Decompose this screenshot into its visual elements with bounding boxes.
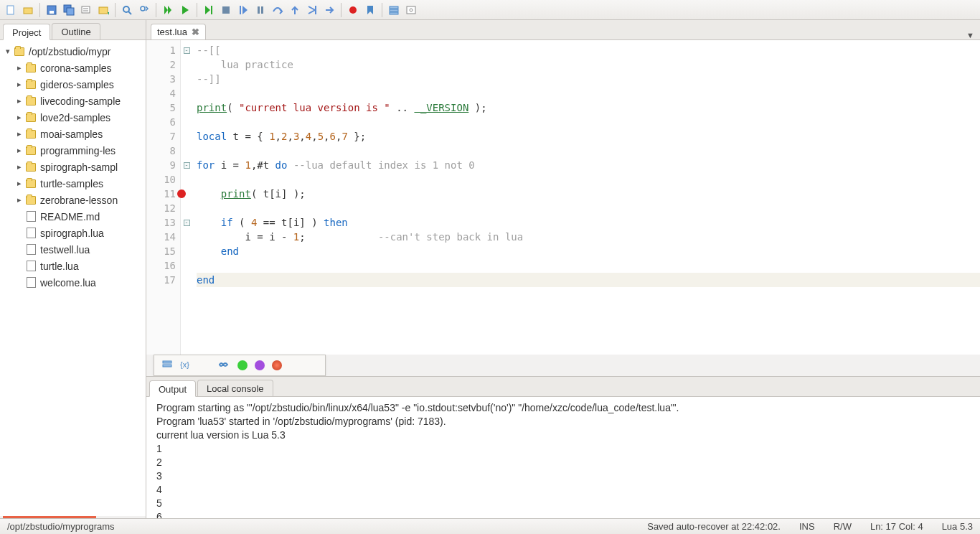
svg-rect-9 xyxy=(99,7,108,14)
run-to-cursor-button[interactable] xyxy=(304,2,320,18)
watch-button[interactable] xyxy=(403,2,419,18)
find-button[interactable] xyxy=(119,2,135,18)
continue-button[interactable] xyxy=(321,2,337,18)
output-tabs: Output Local console xyxy=(146,377,980,397)
editor-area: test.lua ✖ ▼ 1234567891011121314151617 -… xyxy=(146,20,980,518)
find-project-button[interactable] xyxy=(78,2,94,18)
tab-output[interactable]: Output xyxy=(149,380,196,397)
svg-text:{x}: {x} xyxy=(180,360,189,369)
svg-rect-27 xyxy=(163,365,171,367)
step-into-button[interactable] xyxy=(235,2,251,18)
tree-folder[interactable]: ▸zerobrane-lesson xyxy=(0,192,146,208)
svg-rect-3 xyxy=(50,11,54,14)
infinity-icon[interactable] xyxy=(217,359,230,373)
tree-folder[interactable]: ▸spirograph-sampl xyxy=(0,159,146,175)
new-file-button[interactable] xyxy=(3,2,19,18)
svg-rect-21 xyxy=(390,6,398,9)
project-config-button[interactable]: ▾ xyxy=(95,2,111,18)
tree-folder[interactable]: ▸love2d-samples xyxy=(0,109,146,126)
stack-icon[interactable] xyxy=(161,359,173,373)
main-area: Project Outline ▾/opt/zbstudio/mypr▸coro… xyxy=(0,20,980,518)
tree-file[interactable]: README.md xyxy=(0,208,146,225)
svg-rect-5 xyxy=(67,8,74,15)
breakpoint-marker[interactable] xyxy=(177,189,186,198)
status-autosave: Saved auto-recover at 22:42:02. xyxy=(647,521,781,532)
status-red-icon[interactable] xyxy=(272,360,282,370)
status-bar: /opt/zbstudio/myprograms Saved auto-reco… xyxy=(0,518,980,534)
replace-button[interactable] xyxy=(136,2,152,18)
status-path: /opt/zbstudio/myprograms xyxy=(7,521,115,532)
svg-rect-26 xyxy=(163,361,171,363)
step-out-button[interactable] xyxy=(287,2,303,18)
project-panel-tabs: Project Outline xyxy=(0,20,146,40)
tree-folder[interactable]: ▸livecoding-sample xyxy=(0,93,146,109)
status-purple-icon[interactable] xyxy=(255,360,265,370)
code-editor[interactable]: 1234567891011121314151617 --- --[[ lua p… xyxy=(146,40,980,355)
line-gutter[interactable]: 1234567891011121314151617 xyxy=(146,40,181,355)
tree-file[interactable]: turtle.lua xyxy=(0,258,146,274)
svg-rect-23 xyxy=(390,12,398,14)
svg-text:▾: ▾ xyxy=(108,10,109,16)
project-tree[interactable]: ▾/opt/zbstudio/mypr▸corona-samples▸gider… xyxy=(0,40,146,516)
status-position: Ln: 17 Col: 4 xyxy=(870,521,923,532)
save-all-button[interactable] xyxy=(61,2,77,18)
breakpoint-button[interactable] xyxy=(345,2,361,18)
step-over-button[interactable] xyxy=(270,2,286,18)
svg-rect-0 xyxy=(7,6,14,14)
svg-rect-18 xyxy=(261,6,263,14)
svg-rect-15 xyxy=(222,6,230,14)
close-icon[interactable]: ✖ xyxy=(192,27,199,37)
svg-line-12 xyxy=(128,11,131,14)
tree-folder[interactable]: ▸turtle-samples xyxy=(0,175,146,192)
code-content[interactable]: --[[ lua practice--]] print( "current lu… xyxy=(192,40,980,355)
tab-project[interactable]: Project xyxy=(3,24,50,40)
editor-tabs: test.lua ✖ ▼ xyxy=(146,20,980,40)
tree-folder[interactable]: ▸moai-samples xyxy=(0,126,146,142)
stop-button[interactable] xyxy=(218,2,234,18)
tab-outline[interactable]: Outline xyxy=(52,23,100,39)
stack-button[interactable] xyxy=(386,2,402,18)
output-content[interactable]: Program starting as '"/opt/zbstudio/bin/… xyxy=(146,397,980,518)
tree-root[interactable]: ▾/opt/zbstudio/mypr xyxy=(0,43,146,60)
svg-rect-24 xyxy=(407,6,415,14)
editor-tab-menu[interactable]: ▼ xyxy=(966,31,974,39)
status-lang: Lua 5.3 xyxy=(942,521,973,532)
svg-rect-22 xyxy=(390,9,398,11)
tree-folder[interactable]: ▸corona-samples xyxy=(0,60,146,76)
svg-point-20 xyxy=(349,6,357,14)
tree-folder[interactable]: ▸gideros-samples xyxy=(0,76,146,93)
debug-toolbar: {x} xyxy=(154,355,326,376)
pause-button[interactable] xyxy=(253,2,268,18)
svg-point-11 xyxy=(123,6,129,12)
tab-local-console[interactable]: Local console xyxy=(197,380,273,396)
status-ins: INS xyxy=(799,521,815,532)
editor-tab-title: test.lua xyxy=(157,27,187,37)
debug-button[interactable] xyxy=(177,2,193,18)
svg-rect-6 xyxy=(82,6,90,13)
main-toolbar: ▾ xyxy=(0,0,980,20)
tree-file[interactable]: spirograph.lua xyxy=(0,225,146,241)
svg-rect-17 xyxy=(258,6,260,14)
editor-tab[interactable]: test.lua ✖ xyxy=(151,24,206,39)
open-button[interactable] xyxy=(20,2,36,18)
variables-icon[interactable]: {x} xyxy=(180,359,192,373)
svg-rect-1 xyxy=(24,8,32,14)
status-green-icon[interactable] xyxy=(237,360,248,370)
step-to-button[interactable] xyxy=(201,2,217,18)
save-button[interactable] xyxy=(44,2,60,18)
bookmark-button[interactable] xyxy=(362,2,378,18)
project-panel: Project Outline ▾/opt/zbstudio/mypr▸coro… xyxy=(0,20,146,518)
tree-file[interactable]: testwell.lua xyxy=(0,241,146,258)
status-rw: R/W xyxy=(834,521,852,532)
run-button[interactable] xyxy=(160,2,176,18)
moon-icon[interactable] xyxy=(199,359,210,373)
svg-rect-14 xyxy=(211,6,212,14)
tree-file[interactable]: welcome.lua xyxy=(0,274,146,291)
svg-point-13 xyxy=(141,6,145,11)
output-panel: Output Local console Program starting as… xyxy=(146,376,980,518)
tree-folder[interactable]: ▸programming-les xyxy=(0,142,146,159)
svg-rect-16 xyxy=(240,6,241,14)
